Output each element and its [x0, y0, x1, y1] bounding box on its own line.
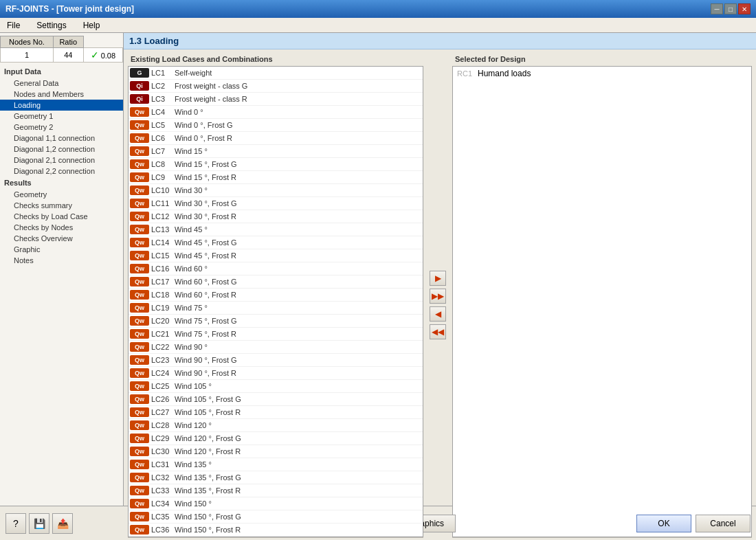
list-item[interactable]: Qw LC6 Wind 0 °, Frost R [129, 132, 423, 145]
selected-list[interactable]: RC1 Humand loads [452, 66, 752, 537]
list-item[interactable]: Qw LC16 Wind 60 ° [129, 262, 423, 275]
list-item[interactable]: Qw LC21 Wind 75 °, Frost R [129, 328, 423, 341]
list-item[interactable]: Qw LC4 Wind 0 ° [129, 106, 423, 119]
cell-node-number: 44 [53, 48, 83, 63]
maximize-button[interactable]: □ [724, 3, 737, 14]
list-item[interactable]: Qw LC8 Wind 15 °, Frost G [129, 158, 423, 171]
lc-name: Wind 30 ° [175, 186, 208, 194]
lc-name: Wind 60 °, Frost R [175, 291, 236, 299]
list-item[interactable]: Qw LC10 Wind 30 ° [129, 184, 423, 197]
lc-number: LC3 [151, 95, 175, 103]
list-item[interactable]: Qw LC30 Wind 120 °, Frost R [129, 445, 423, 458]
list-item[interactable]: Qw LC23 Wind 90 °, Frost G [129, 354, 423, 367]
sidebar-item-general-data[interactable]: General Data [0, 78, 123, 89]
selected-bottom-bar: ☰ ⊞ [452, 537, 752, 540]
lc-name: Wind 30 °, Frost R [175, 212, 236, 221]
lc-name: Wind 135 °, Frost R [175, 486, 241, 495]
list-item[interactable]: Qw LC7 Wind 15 ° [129, 145, 423, 158]
list-item[interactable]: Qw LC13 Wind 45 ° [129, 223, 423, 236]
sidebar-item-geometry2[interactable]: Geometry 2 [0, 122, 123, 133]
sidebar-item-diagonal11[interactable]: Diagonal 1,1 connection [0, 133, 123, 144]
close-button[interactable]: ✕ [738, 3, 751, 14]
menu-settings[interactable]: Settings [32, 19, 70, 32]
lc-badge: Qi [130, 94, 149, 104]
cell-status: ✓ 0.08 [83, 48, 122, 63]
save-button[interactable]: 💾 [29, 513, 49, 534]
list-item[interactable]: Qw LC25 Wind 105 ° [129, 380, 423, 393]
sidebar-item-checks-overview[interactable]: Checks Overview [0, 233, 123, 244]
sidebar-item-checks-nodes[interactable]: Checks by Nodes [0, 222, 123, 233]
export-button[interactable]: 📤 [52, 513, 73, 534]
sidebar-item-loading[interactable]: Loading [0, 100, 123, 111]
list-item[interactable]: Qw LC31 Wind 135 ° [129, 458, 423, 471]
cancel-button[interactable]: Cancel [696, 515, 751, 532]
move-right-single-button[interactable]: ▶ [430, 271, 446, 286]
lc-name: Wind 30 °, Frost G [175, 199, 237, 207]
sidebar-item-checks-load-case[interactable]: Checks by Load Case [0, 211, 123, 222]
lc-badge: Qw [130, 212, 149, 221]
list-item[interactable]: Qw LC22 Wind 90 ° [129, 341, 423, 354]
help-button[interactable]: ? [5, 513, 26, 534]
list-item[interactable]: Qw LC27 Wind 105 °, Frost R [129, 406, 423, 419]
sidebar-item-notes[interactable]: Notes [0, 255, 123, 266]
minimize-button[interactable]: ─ [711, 3, 723, 14]
sidebar-item-nodes-members[interactable]: Nodes and Members [0, 89, 123, 100]
lc-number: LC5 [151, 121, 175, 129]
list-item[interactable]: Qw LC19 Wind 75 ° [129, 302, 423, 315]
sidebar-item-checks-summary[interactable]: Checks summary [0, 200, 123, 211]
lc-number: LC34 [151, 499, 175, 508]
lc-name: Wind 90 ° [175, 343, 208, 351]
selected-item-name: Humand loads [478, 69, 531, 78]
load-cases-list[interactable]: G LC1 Self-weight Qi LC2 Frost weight - … [128, 66, 423, 537]
list-item[interactable]: Qi LC2 Frost weight - class G [129, 80, 423, 93]
lc-number: LC30 [151, 447, 175, 455]
sidebar-item-diagonal22[interactable]: Diagonal 2,2 connection [0, 166, 123, 177]
lc-number: LC24 [151, 369, 175, 377]
list-item[interactable]: Qw LC29 Wind 120 °, Frost G [129, 432, 423, 445]
list-item[interactable]: Qw LC33 Wind 135 °, Frost R [129, 484, 423, 497]
lc-badge: Qw [130, 499, 149, 508]
sidebar-item-geometry1[interactable]: Geometry 1 [0, 111, 123, 122]
list-item[interactable]: Qw LC17 Wind 60 °, Frost G [129, 275, 423, 289]
list-item[interactable]: Qw LC34 Wind 150 ° [129, 497, 423, 510]
list-item[interactable]: Qw LC32 Wind 135 °, Frost G [129, 471, 423, 484]
menu-help[interactable]: Help [79, 19, 104, 32]
menu-file[interactable]: File [3, 19, 24, 32]
list-item[interactable]: RC1 Humand loads [453, 67, 751, 80]
list-item[interactable]: Qw LC5 Wind 0 °, Frost G [129, 119, 423, 132]
lc-name: Wind 15 °, Frost G [175, 160, 237, 168]
lc-name: Wind 135 °, Frost G [175, 473, 241, 482]
sidebar-item-graphic[interactable]: Graphic [0, 244, 123, 255]
lc-name: Wind 105 ° [175, 382, 212, 390]
sidebar-item-geometry[interactable]: Geometry [0, 189, 123, 200]
list-item[interactable]: Qw LC18 Wind 60 °, Frost R [129, 289, 423, 302]
results-header: Results [0, 177, 123, 189]
list-item[interactable]: Qw LC20 Wind 75 °, Frost G [129, 315, 423, 328]
sidebar-item-diagonal21[interactable]: Diagonal 2,1 connection [0, 155, 123, 166]
section-header: 1.3 Loading [124, 33, 756, 49]
list-item[interactable]: Qw LC15 Wind 45 °, Frost R [129, 249, 423, 262]
list-item[interactable]: Qw LC14 Wind 45 °, Frost G [129, 236, 423, 249]
list-item[interactable]: Qw LC24 Wind 90 °, Frost R [129, 367, 423, 380]
move-right-double-button[interactable]: ▶▶ [430, 289, 446, 304]
list-item[interactable]: G LC1 Self-weight [129, 67, 423, 80]
move-left-double-button[interactable]: ◀◀ [430, 324, 446, 339]
ok-button[interactable]: OK [636, 515, 691, 532]
move-left-single-button[interactable]: ◀ [430, 306, 446, 322]
sidebar-item-diagonal12[interactable]: Diagonal 1,2 connection [0, 144, 123, 155]
lc-badge: Qw [130, 107, 149, 117]
list-item[interactable]: Qw LC9 Wind 15 °, Frost R [129, 171, 423, 184]
lc-badge: Qw [130, 225, 149, 234]
lc-number: LC36 [151, 526, 175, 534]
list-item[interactable]: Qw LC35 Wind 150 °, Frost G [129, 510, 423, 524]
rc-badge: RC1 [457, 69, 472, 78]
list-item[interactable]: Qi LC3 Frost weight - class R [129, 93, 423, 106]
list-item[interactable]: Qw LC28 Wind 120 ° [129, 419, 423, 432]
list-item[interactable]: Qw LC36 Wind 150 °, Frost R [129, 524, 423, 537]
lc-number: LC9 [151, 173, 175, 181]
lc-number: LC32 [151, 473, 175, 482]
list-item[interactable]: Qw LC11 Wind 30 °, Frost G [129, 197, 423, 210]
list-item[interactable]: Qw LC26 Wind 105 °, Frost G [129, 393, 423, 406]
list-item[interactable]: Qw LC12 Wind 30 °, Frost R [129, 210, 423, 223]
lc-badge: G [130, 68, 149, 78]
